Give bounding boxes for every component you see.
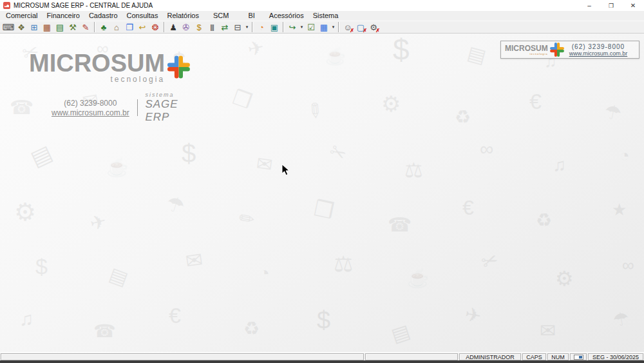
status-calendar-icon bbox=[574, 355, 583, 360]
tool-schedule-board-button[interactable]: ▣ bbox=[268, 21, 281, 33]
window-title: MICROSUM SAGE ERP - CENTRAL DE AJUDA bbox=[14, 2, 153, 9]
minimize-button[interactable]: – bbox=[578, 0, 600, 11]
logo-divider bbox=[137, 99, 138, 116]
tool-penguin-mascot-button[interactable]: ♟ bbox=[167, 21, 180, 33]
menu-cadastro[interactable]: Cadastro bbox=[84, 11, 122, 21]
redo-arrow-icon: ↪ bbox=[289, 23, 296, 32]
watermark-icon: ♻ bbox=[536, 211, 552, 230]
menu-financeiro[interactable]: Financeiro bbox=[43, 11, 84, 21]
tool-company-building-button[interactable]: ⌂ bbox=[110, 21, 123, 33]
watermark-icon: $ bbox=[182, 141, 196, 166]
redo-arrow-dropdown-arrow[interactable]: ▾ bbox=[299, 25, 305, 30]
tool-close-terminal-button[interactable]: ▢✗ bbox=[354, 21, 367, 33]
menu-consultas[interactable]: Consultas bbox=[122, 11, 163, 21]
tool-supplies-bag-button[interactable]: ❖ bbox=[15, 21, 28, 33]
tool-logoff-user-button[interactable]: ☺✗ bbox=[341, 21, 354, 33]
watermark-icon: ✉ bbox=[540, 321, 556, 340]
menu-acessórios[interactable]: Acessórios bbox=[265, 11, 308, 21]
catalog-book-icon: ▤ bbox=[56, 23, 64, 32]
watermark-icon: € bbox=[169, 304, 181, 326]
pos-lever-icon: ⚒ bbox=[69, 23, 77, 32]
print-dropdown-arrow[interactable]: ▾ bbox=[244, 25, 250, 30]
restore-button[interactable]: ❐ bbox=[600, 0, 622, 11]
pos-terminal-icon: ⌨ bbox=[3, 23, 15, 32]
tool-pos-lever-button[interactable]: ⚒ bbox=[66, 21, 79, 33]
tool-clock-button[interactable]: ◔ bbox=[255, 21, 268, 33]
menu-sistema[interactable]: Sistema bbox=[308, 11, 343, 21]
watermark-icon: $ bbox=[317, 308, 330, 333]
tool-catalog-book-button[interactable]: ▤ bbox=[53, 21, 66, 33]
penguin-mascot-icon: ♟ bbox=[169, 23, 177, 32]
watermark-icon: ☎ bbox=[93, 322, 116, 340]
close-button[interactable]: ✕ bbox=[622, 0, 644, 11]
cash-money-icon: $ bbox=[196, 23, 201, 32]
tool-product-crate-button[interactable]: ▦ bbox=[41, 21, 53, 33]
watermark-icon: ✂ bbox=[478, 249, 501, 273]
tool-exit-system-button[interactable]: ⚙✗ bbox=[367, 21, 380, 33]
tool-stock-computer-button[interactable]: ⊞ bbox=[28, 21, 41, 33]
wallet-return-icon: ↩ bbox=[139, 23, 146, 32]
calculator-dropdown-arrow[interactable]: ▾ bbox=[330, 25, 336, 30]
tool-print-button[interactable]: ⊟ bbox=[231, 21, 244, 33]
menu-comercial[interactable]: Comercial bbox=[1, 11, 43, 21]
close-x-badge: ✗ bbox=[350, 28, 354, 34]
watermark-icon: ✈ bbox=[464, 304, 483, 326]
watermark-icon: ⚙ bbox=[381, 93, 401, 115]
pinwheel-logo-icon-small bbox=[550, 43, 564, 57]
tool-cash-money-button[interactable]: $ bbox=[193, 21, 205, 33]
menu-relatórios[interactable]: Relatórios bbox=[162, 11, 204, 21]
watermark-icon: ⚙ bbox=[555, 268, 574, 289]
tool-order-notes-button[interactable]: ✎ bbox=[79, 21, 92, 33]
watermark-icon: ★ bbox=[612, 201, 627, 218]
watermark-icon: ✎ bbox=[302, 98, 327, 123]
menu-bi[interactable]: BI bbox=[238, 11, 264, 21]
company-building-icon: ⌂ bbox=[114, 23, 119, 32]
system-label: sistema bbox=[145, 92, 174, 98]
check-notes-icon: ☑ bbox=[307, 23, 315, 32]
content-area: ✂∞$✈☕$▤♫⚖☎✉◔❒✎⚙♻€☂▤☕$✉✂⚖∞♫◔⚙✈☂✎❒☎€♻★$▤✉◔… bbox=[0, 34, 644, 352]
print-icon: ⊟ bbox=[234, 23, 242, 32]
toolbar-separator bbox=[338, 22, 339, 32]
watermark-icon: ♻ bbox=[243, 320, 260, 338]
infobox-brand-sub: tecnologia bbox=[529, 52, 547, 55]
tool-redo-arrow-button[interactable]: ↪ bbox=[286, 21, 299, 33]
tool-web-globe-button[interactable]: ❂ bbox=[149, 21, 162, 33]
tool-check-notes-button[interactable]: ☑ bbox=[305, 21, 317, 33]
tool-media-camera-button[interactable]: ✇ bbox=[180, 21, 193, 33]
product-crate-icon: ▦ bbox=[43, 23, 51, 32]
web-globe-icon: ❂ bbox=[152, 23, 159, 32]
status-num: NUM bbox=[547, 353, 569, 360]
title-bar: MICROSUM SAGE ERP - CENTRAL DE AJUDA – ❐… bbox=[0, 0, 644, 11]
media-camera-icon: ✇ bbox=[183, 23, 190, 32]
logo-url[interactable]: www.microsum.com.br bbox=[52, 108, 129, 117]
watermark-icon: ☂ bbox=[602, 102, 623, 124]
close-x-badge: ✗ bbox=[375, 28, 380, 34]
watermark-icon: ∞ bbox=[622, 257, 634, 273]
watermark-icon: ◔ bbox=[620, 147, 630, 164]
infobox-phone: (62) 3239-8000 bbox=[572, 43, 625, 50]
tool-wallet-return-button[interactable]: ↩ bbox=[136, 21, 149, 33]
main-logo: MICROSUM tecnologia (62) 3239-8000 www.m… bbox=[29, 53, 190, 124]
watermark-icon: ◔ bbox=[259, 264, 270, 282]
status-user: ADMINISTRADOR bbox=[459, 353, 521, 360]
menu-scm[interactable]: SCM bbox=[204, 11, 238, 21]
tool-barcode-button[interactable]: ||| bbox=[205, 21, 218, 33]
status-extra bbox=[365, 353, 458, 360]
watermark-icon: ▤ bbox=[466, 43, 488, 66]
logo-phone: (62) 3239-8000 bbox=[64, 99, 117, 108]
watermark-icon: ⚖ bbox=[334, 253, 353, 275]
status-date: SEG - 30/06/2025 bbox=[588, 353, 643, 360]
tool-pos-terminal-button[interactable]: ⌨ bbox=[2, 21, 15, 33]
tool-copy-documents-button[interactable]: ❐ bbox=[123, 21, 136, 33]
watermark-icon: ☕ bbox=[325, 48, 346, 64]
watermark-icon: ♫ bbox=[553, 156, 566, 174]
watermark-icon: ✉ bbox=[184, 249, 204, 271]
window-bottom-edge bbox=[0, 360, 644, 363]
tool-nfe-tree-button[interactable]: ♣ bbox=[97, 21, 110, 33]
nfe-tree-icon: ♣ bbox=[101, 23, 107, 32]
tool-calculator-button[interactable]: ▦ bbox=[317, 21, 330, 33]
infobox-url[interactable]: www.microsum.com.br bbox=[569, 50, 628, 57]
contact-info-box: MICROSUM tecnologia (62) 3239-8000 www.m… bbox=[500, 41, 639, 59]
toolbar-separator bbox=[164, 22, 165, 32]
tool-transfer-arrows-button[interactable]: ⇄ bbox=[218, 21, 231, 33]
